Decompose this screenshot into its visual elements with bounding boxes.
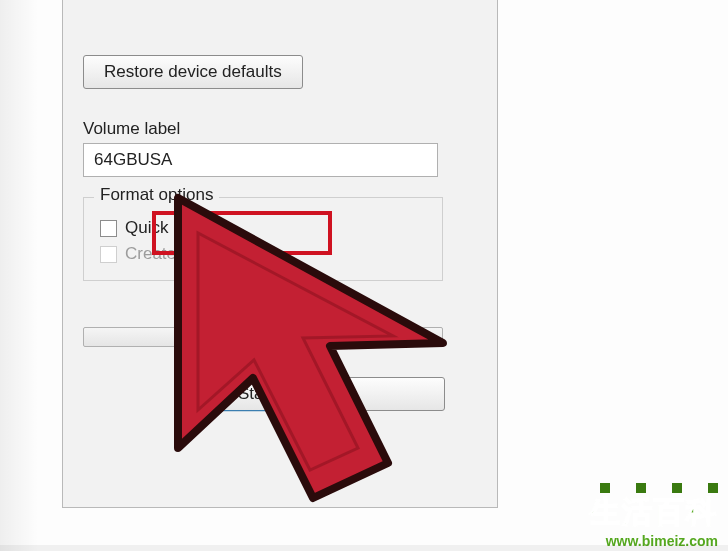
format-options-group: Format options Quick Format Create an MS… <box>83 197 443 281</box>
restore-defaults-button[interactable]: Restore device defaults <box>83 55 303 89</box>
dialog-buttons: Start <box>195 377 477 411</box>
close-button[interactable] <box>335 377 445 411</box>
format-dialog: Restore device defaults Volume label For… <box>62 0 498 508</box>
watermark-title: 生活百科 <box>590 492 718 533</box>
format-options-legend: Format options <box>94 185 219 205</box>
bottom-edge <box>0 545 728 551</box>
quick-format-row[interactable]: Quick Format <box>100 218 426 238</box>
watermark: 生活百科 www.bimeiz.com <box>590 492 718 549</box>
create-msdos-row: Create an MS-D <box>100 244 426 264</box>
quick-format-checkbox[interactable] <box>100 220 117 237</box>
volume-label-input[interactable] <box>83 143 438 177</box>
quick-format-label: Quick Format <box>125 218 227 238</box>
create-msdos-checkbox <box>100 246 117 263</box>
volume-label-caption: Volume label <box>83 119 477 139</box>
create-msdos-label: Create an MS-D <box>125 244 248 264</box>
format-progress-bar <box>83 327 443 347</box>
start-button[interactable]: Start <box>195 377 317 411</box>
